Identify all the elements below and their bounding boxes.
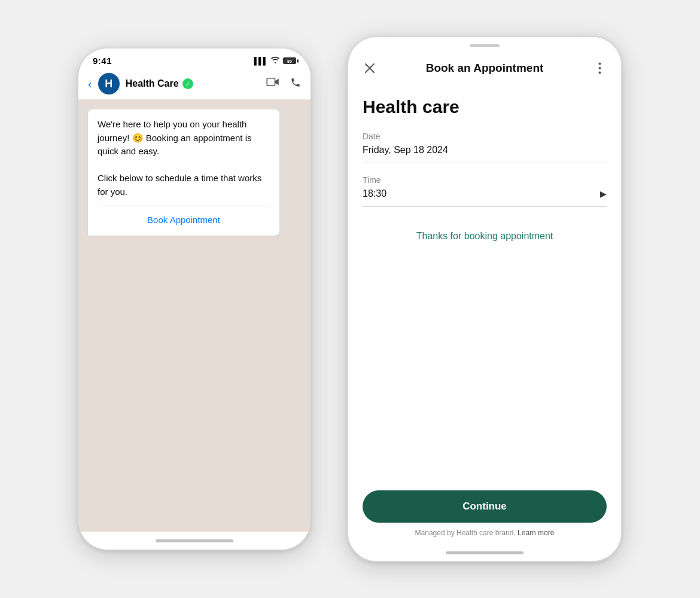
- message-bubble: We're here to help you on your health jo…: [88, 109, 279, 236]
- battery-icon: 80: [283, 57, 296, 64]
- scene: 9:41 ▌▌▌ 80 ‹ H Health Care ✓: [0, 0, 700, 598]
- status-icons: ▌▌▌ 80: [254, 56, 296, 65]
- top-handle: [348, 37, 621, 54]
- wa-nav-bar: ‹ H Health Care ✓: [78, 68, 311, 100]
- nav-action-icons: [266, 77, 301, 91]
- time-label: Time: [363, 175, 607, 185]
- chat-background: We're here to help you on your health jo…: [78, 100, 311, 532]
- appointment-phone: Book an Appointment Health care Date Fri…: [347, 36, 622, 562]
- wifi-icon: [270, 56, 280, 65]
- home-indicator-right: [348, 544, 621, 561]
- book-appointment-button[interactable]: Book Appointment: [98, 212, 270, 227]
- home-indicator: [78, 532, 311, 550]
- status-time: 9:41: [93, 56, 112, 66]
- date-value: Friday, Sep 18 2024: [363, 145, 607, 163]
- time-row[interactable]: 18:30 ▶: [363, 188, 607, 207]
- more-options-button[interactable]: [590, 59, 609, 78]
- status-bar: 9:41 ▌▌▌ 80: [78, 48, 311, 68]
- appointment-title: Book an Appointment: [379, 62, 590, 75]
- home-bar: [156, 539, 233, 542]
- managed-by-text: Managed by Health care brand. Learn more: [363, 529, 607, 537]
- video-call-icon[interactable]: [266, 77, 279, 91]
- svg-rect-0: [267, 78, 275, 85]
- time-chevron-icon: ▶: [600, 189, 607, 199]
- back-button[interactable]: ‹: [88, 77, 92, 91]
- date-label: Date: [363, 132, 607, 141]
- message-text: We're here to help you on your health jo…: [98, 118, 270, 199]
- close-button[interactable]: [360, 59, 379, 78]
- top-bar: [470, 44, 500, 47]
- appointment-header: Book an Appointment: [348, 54, 621, 85]
- appointment-footer: Continue Managed by Health care brand. L…: [348, 481, 621, 544]
- contact-name: Health Care: [126, 78, 179, 89]
- whatsapp-phone: 9:41 ▌▌▌ 80 ‹ H Health Care ✓: [78, 48, 311, 550]
- contact-info: Health Care ✓: [126, 78, 260, 89]
- svg-marker-1: [275, 78, 279, 85]
- learn-more-link[interactable]: Learn more: [518, 529, 554, 537]
- signal-icon: ▌▌▌: [254, 57, 267, 65]
- phone-call-icon[interactable]: [290, 77, 301, 91]
- home-bar-right: [446, 551, 524, 554]
- time-value: 18:30: [363, 188, 386, 199]
- svg-point-4: [598, 63, 601, 65]
- service-name: Health care: [363, 97, 607, 117]
- contact-avatar: H: [98, 73, 120, 94]
- svg-point-5: [598, 67, 601, 69]
- svg-point-6: [598, 72, 601, 74]
- verified-badge: ✓: [182, 78, 193, 89]
- appointment-body: Health care Date Friday, Sep 18 2024 Tim…: [348, 85, 621, 481]
- continue-button[interactable]: Continue: [363, 490, 607, 523]
- thanks-message: Thanks for booking appointment: [363, 231, 607, 242]
